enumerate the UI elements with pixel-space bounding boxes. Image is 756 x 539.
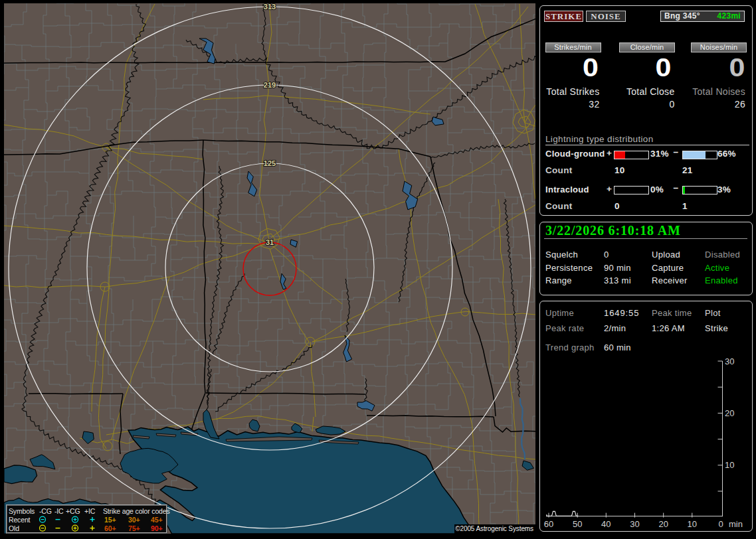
svg-text:219: 219 bbox=[264, 81, 276, 89]
svg-text:31: 31 bbox=[266, 238, 274, 246]
svg-text:min: min bbox=[729, 519, 743, 529]
svg-text:125: 125 bbox=[264, 159, 276, 167]
svg-text:30: 30 bbox=[725, 356, 734, 366]
svg-text:20: 20 bbox=[658, 519, 668, 529]
svg-text:50: 50 bbox=[573, 519, 582, 529]
svg-text:40: 40 bbox=[601, 519, 611, 529]
svg-text:10: 10 bbox=[725, 460, 734, 470]
svg-text:30: 30 bbox=[630, 519, 639, 529]
svg-text:10: 10 bbox=[688, 519, 697, 529]
svg-text:313: 313 bbox=[264, 3, 276, 11]
svg-text:0: 0 bbox=[718, 519, 723, 529]
svg-text:20: 20 bbox=[725, 408, 734, 418]
svg-text:60: 60 bbox=[544, 519, 553, 529]
